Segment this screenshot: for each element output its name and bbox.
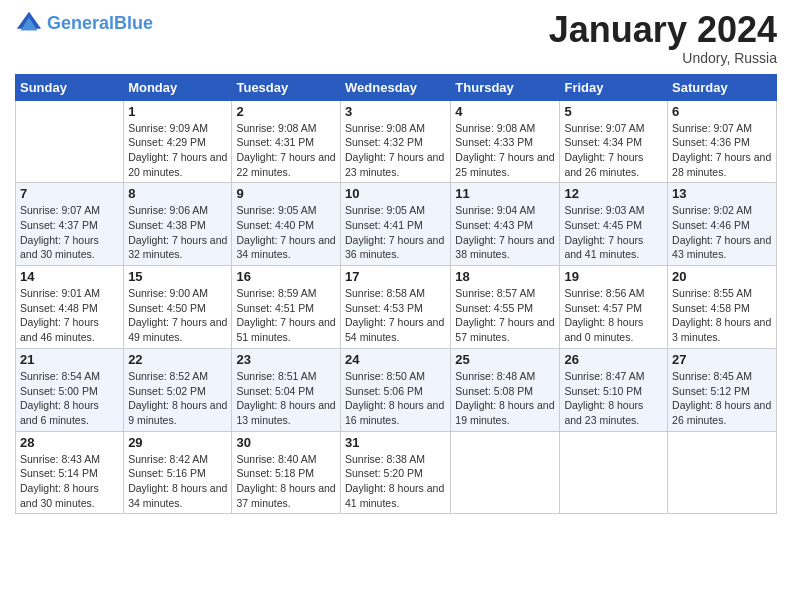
weekday-header: Sunday — [16, 74, 124, 100]
day-number: 22 — [128, 352, 227, 367]
location: Undory, Russia — [549, 50, 777, 66]
calendar-cell: 30Sunrise: 8:40 AMSunset: 5:18 PMDayligh… — [232, 431, 341, 514]
calendar-cell: 14Sunrise: 9:01 AMSunset: 4:48 PMDayligh… — [16, 266, 124, 349]
calendar-cell: 21Sunrise: 8:54 AMSunset: 5:00 PMDayligh… — [16, 348, 124, 431]
day-info: Sunrise: 9:08 AMSunset: 4:31 PMDaylight:… — [236, 121, 336, 180]
calendar-cell: 29Sunrise: 8:42 AMSunset: 5:16 PMDayligh… — [124, 431, 232, 514]
month-title: January 2024 — [549, 10, 777, 50]
calendar-cell: 27Sunrise: 8:45 AMSunset: 5:12 PMDayligh… — [668, 348, 777, 431]
logo-line2: Blue — [114, 13, 153, 33]
day-info: Sunrise: 9:06 AMSunset: 4:38 PMDaylight:… — [128, 203, 227, 262]
calendar-cell: 25Sunrise: 8:48 AMSunset: 5:08 PMDayligh… — [451, 348, 560, 431]
calendar-cell: 26Sunrise: 8:47 AMSunset: 5:10 PMDayligh… — [560, 348, 668, 431]
day-number: 8 — [128, 186, 227, 201]
day-number: 11 — [455, 186, 555, 201]
day-number: 24 — [345, 352, 446, 367]
calendar-cell — [668, 431, 777, 514]
logo-icon — [15, 10, 43, 38]
day-info: Sunrise: 9:05 AMSunset: 4:40 PMDaylight:… — [236, 203, 336, 262]
calendar-cell: 7Sunrise: 9:07 AMSunset: 4:37 PMDaylight… — [16, 183, 124, 266]
day-number: 10 — [345, 186, 446, 201]
day-info: Sunrise: 8:42 AMSunset: 5:16 PMDaylight:… — [128, 452, 227, 511]
page: GeneralBlue January 2024 Undory, Russia … — [0, 0, 792, 612]
day-number: 4 — [455, 104, 555, 119]
day-number: 20 — [672, 269, 772, 284]
day-info: Sunrise: 9:01 AMSunset: 4:48 PMDaylight:… — [20, 286, 119, 345]
day-number: 7 — [20, 186, 119, 201]
day-number: 13 — [672, 186, 772, 201]
day-info: Sunrise: 8:51 AMSunset: 5:04 PMDaylight:… — [236, 369, 336, 428]
weekday-header: Wednesday — [341, 74, 451, 100]
day-info: Sunrise: 8:59 AMSunset: 4:51 PMDaylight:… — [236, 286, 336, 345]
day-info: Sunrise: 9:07 AMSunset: 4:34 PMDaylight:… — [564, 121, 663, 180]
header: GeneralBlue January 2024 Undory, Russia — [15, 10, 777, 66]
calendar-header-row: SundayMondayTuesdayWednesdayThursdayFrid… — [16, 74, 777, 100]
day-number: 17 — [345, 269, 446, 284]
day-info: Sunrise: 9:08 AMSunset: 4:32 PMDaylight:… — [345, 121, 446, 180]
weekday-header: Friday — [560, 74, 668, 100]
calendar-cell: 19Sunrise: 8:56 AMSunset: 4:57 PMDayligh… — [560, 266, 668, 349]
day-info: Sunrise: 8:54 AMSunset: 5:00 PMDaylight:… — [20, 369, 119, 428]
weekday-header: Saturday — [668, 74, 777, 100]
calendar-cell: 31Sunrise: 8:38 AMSunset: 5:20 PMDayligh… — [341, 431, 451, 514]
day-info: Sunrise: 9:08 AMSunset: 4:33 PMDaylight:… — [455, 121, 555, 180]
weekday-header: Tuesday — [232, 74, 341, 100]
calendar-cell — [451, 431, 560, 514]
calendar-week-row: 21Sunrise: 8:54 AMSunset: 5:00 PMDayligh… — [16, 348, 777, 431]
calendar-week-row: 28Sunrise: 8:43 AMSunset: 5:14 PMDayligh… — [16, 431, 777, 514]
day-number: 12 — [564, 186, 663, 201]
calendar-cell: 10Sunrise: 9:05 AMSunset: 4:41 PMDayligh… — [341, 183, 451, 266]
calendar-cell: 17Sunrise: 8:58 AMSunset: 4:53 PMDayligh… — [341, 266, 451, 349]
calendar-cell: 18Sunrise: 8:57 AMSunset: 4:55 PMDayligh… — [451, 266, 560, 349]
calendar-cell: 3Sunrise: 9:08 AMSunset: 4:32 PMDaylight… — [341, 100, 451, 183]
day-info: Sunrise: 8:57 AMSunset: 4:55 PMDaylight:… — [455, 286, 555, 345]
calendar-cell: 11Sunrise: 9:04 AMSunset: 4:43 PMDayligh… — [451, 183, 560, 266]
calendar-cell: 4Sunrise: 9:08 AMSunset: 4:33 PMDaylight… — [451, 100, 560, 183]
calendar-week-row: 1Sunrise: 9:09 AMSunset: 4:29 PMDaylight… — [16, 100, 777, 183]
day-info: Sunrise: 9:00 AMSunset: 4:50 PMDaylight:… — [128, 286, 227, 345]
day-number: 6 — [672, 104, 772, 119]
calendar-table: SundayMondayTuesdayWednesdayThursdayFrid… — [15, 74, 777, 515]
calendar-cell: 6Sunrise: 9:07 AMSunset: 4:36 PMDaylight… — [668, 100, 777, 183]
day-number: 26 — [564, 352, 663, 367]
day-number: 27 — [672, 352, 772, 367]
day-info: Sunrise: 9:07 AMSunset: 4:37 PMDaylight:… — [20, 203, 119, 262]
day-number: 31 — [345, 435, 446, 450]
calendar-cell: 23Sunrise: 8:51 AMSunset: 5:04 PMDayligh… — [232, 348, 341, 431]
calendar-cell: 22Sunrise: 8:52 AMSunset: 5:02 PMDayligh… — [124, 348, 232, 431]
day-info: Sunrise: 8:47 AMSunset: 5:10 PMDaylight:… — [564, 369, 663, 428]
calendar-cell: 12Sunrise: 9:03 AMSunset: 4:45 PMDayligh… — [560, 183, 668, 266]
day-info: Sunrise: 9:05 AMSunset: 4:41 PMDaylight:… — [345, 203, 446, 262]
day-number: 15 — [128, 269, 227, 284]
calendar-cell: 16Sunrise: 8:59 AMSunset: 4:51 PMDayligh… — [232, 266, 341, 349]
day-info: Sunrise: 8:56 AMSunset: 4:57 PMDaylight:… — [564, 286, 663, 345]
day-info: Sunrise: 8:55 AMSunset: 4:58 PMDaylight:… — [672, 286, 772, 345]
day-info: Sunrise: 8:40 AMSunset: 5:18 PMDaylight:… — [236, 452, 336, 511]
day-number: 21 — [20, 352, 119, 367]
weekday-header: Thursday — [451, 74, 560, 100]
day-number: 16 — [236, 269, 336, 284]
calendar-cell: 8Sunrise: 9:06 AMSunset: 4:38 PMDaylight… — [124, 183, 232, 266]
day-number: 3 — [345, 104, 446, 119]
title-section: January 2024 Undory, Russia — [549, 10, 777, 66]
day-number: 2 — [236, 104, 336, 119]
logo: GeneralBlue — [15, 10, 153, 38]
day-number: 1 — [128, 104, 227, 119]
calendar-cell: 5Sunrise: 9:07 AMSunset: 4:34 PMDaylight… — [560, 100, 668, 183]
calendar-week-row: 14Sunrise: 9:01 AMSunset: 4:48 PMDayligh… — [16, 266, 777, 349]
day-number: 14 — [20, 269, 119, 284]
day-info: Sunrise: 8:45 AMSunset: 5:12 PMDaylight:… — [672, 369, 772, 428]
day-info: Sunrise: 9:04 AMSunset: 4:43 PMDaylight:… — [455, 203, 555, 262]
day-number: 9 — [236, 186, 336, 201]
day-info: Sunrise: 8:43 AMSunset: 5:14 PMDaylight:… — [20, 452, 119, 511]
calendar-cell: 2Sunrise: 9:08 AMSunset: 4:31 PMDaylight… — [232, 100, 341, 183]
day-info: Sunrise: 9:03 AMSunset: 4:45 PMDaylight:… — [564, 203, 663, 262]
day-number: 5 — [564, 104, 663, 119]
day-info: Sunrise: 8:48 AMSunset: 5:08 PMDaylight:… — [455, 369, 555, 428]
day-info: Sunrise: 9:07 AMSunset: 4:36 PMDaylight:… — [672, 121, 772, 180]
calendar-week-row: 7Sunrise: 9:07 AMSunset: 4:37 PMDaylight… — [16, 183, 777, 266]
day-number: 29 — [128, 435, 227, 450]
day-number: 30 — [236, 435, 336, 450]
calendar-cell: 20Sunrise: 8:55 AMSunset: 4:58 PMDayligh… — [668, 266, 777, 349]
calendar-cell: 13Sunrise: 9:02 AMSunset: 4:46 PMDayligh… — [668, 183, 777, 266]
